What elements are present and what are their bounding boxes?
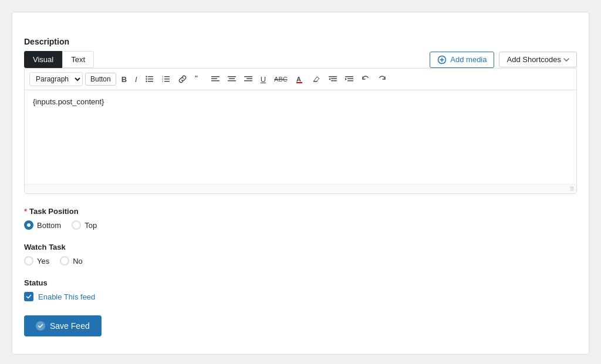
svg-point-4 (146, 76, 147, 77)
checkmark-icon (26, 294, 32, 300)
text-color-icon: A (296, 75, 304, 83)
eraser-icon (312, 75, 320, 83)
svg-rect-15 (211, 79, 217, 80)
radio-no[interactable] (60, 256, 69, 266)
enable-feed-label: Enable This feed (38, 292, 95, 301)
task-position-section: * Task Position Bottom Top (24, 207, 577, 230)
svg-rect-16 (211, 80, 220, 81)
svg-point-5 (146, 79, 147, 80)
align-right-icon (244, 76, 252, 83)
svg-rect-27 (331, 80, 337, 81)
editor-placeholder: {inputs.post_content} (33, 97, 104, 106)
tab-visual[interactable]: Visual (24, 51, 62, 68)
radio-yes[interactable] (24, 256, 33, 266)
outdent-icon (345, 76, 353, 83)
outdent-button[interactable] (342, 74, 356, 84)
undo-button[interactable] (359, 74, 373, 84)
svg-rect-7 (164, 76, 170, 77)
svg-rect-14 (211, 76, 220, 77)
svg-rect-1 (148, 76, 153, 77)
resize-handle[interactable]: ⠿ (25, 184, 576, 193)
editor-wrapper: Paragraph Button B I (24, 68, 577, 194)
editor-content-area[interactable]: {inputs.post_content} (25, 90, 576, 184)
indent-icon (329, 76, 337, 83)
svg-rect-19 (228, 80, 236, 81)
radio-top[interactable] (72, 220, 81, 230)
text-color-button[interactable]: A (293, 73, 307, 85)
description-section: Description Visual Text Add media Add Sh… (24, 37, 577, 194)
align-right-button[interactable] (241, 74, 255, 84)
blockquote-icon: " (195, 76, 203, 83)
underline-button[interactable]: U (258, 73, 269, 86)
bold-button[interactable]: B (119, 73, 130, 86)
link-button[interactable] (175, 73, 190, 85)
eraser-button[interactable] (309, 73, 323, 85)
task-position-radio-group: Bottom Top (24, 220, 577, 230)
media-icon (437, 55, 447, 64)
svg-rect-9 (164, 81, 170, 82)
resize-dots-icon: ⠿ (570, 186, 574, 192)
svg-rect-18 (229, 79, 235, 80)
task-position-label: * Task Position (24, 207, 577, 216)
svg-text:": " (195, 76, 198, 83)
svg-rect-29 (347, 79, 353, 80)
ordered-list-icon: 1 2 3 (162, 76, 170, 83)
ul-button[interactable] (143, 74, 157, 84)
redo-button[interactable] (375, 74, 389, 84)
svg-rect-2 (148, 79, 153, 80)
task-position-bottom-option[interactable]: Bottom (24, 220, 61, 230)
radio-bottom[interactable] (24, 220, 33, 230)
add-media-button[interactable]: Add media (430, 52, 494, 68)
svg-rect-26 (331, 79, 337, 80)
italic-button[interactable]: I (132, 73, 140, 86)
align-left-icon (211, 76, 220, 83)
svg-rect-17 (228, 76, 236, 77)
align-center-button[interactable] (225, 74, 239, 84)
button-toolbar-btn[interactable]: Button (85, 73, 116, 86)
align-center-icon (228, 76, 236, 83)
svg-rect-22 (244, 80, 252, 81)
watch-task-no-option[interactable]: No (60, 256, 83, 266)
redo-icon (378, 76, 386, 83)
unordered-list-icon (146, 76, 154, 83)
task-position-top-option[interactable]: Top (72, 220, 97, 230)
align-left-button[interactable] (208, 74, 222, 84)
editor-toolbar: Paragraph Button B I (25, 69, 576, 90)
link-icon (178, 75, 187, 83)
enable-feed-checkbox[interactable] (24, 292, 33, 301)
strikethrough-button[interactable]: ABC (271, 74, 291, 84)
save-icon (36, 321, 45, 331)
svg-rect-20 (244, 76, 252, 77)
svg-rect-3 (148, 81, 153, 82)
watch-task-radio-group: Yes No (24, 256, 577, 266)
required-star: * (24, 207, 27, 216)
undo-icon (362, 76, 370, 83)
tab-text[interactable]: Text (62, 51, 94, 68)
indent-button[interactable] (326, 74, 340, 84)
svg-rect-28 (345, 76, 353, 77)
chevron-down-icon (563, 58, 569, 62)
watch-task-yes-option[interactable]: Yes (24, 256, 49, 266)
editor-tabs: Visual Text (24, 51, 94, 68)
description-label: Description (24, 37, 577, 46)
add-shortcodes-button[interactable]: Add Shortcodes (499, 52, 577, 67)
status-label: Status (24, 278, 577, 287)
svg-text:A: A (296, 76, 301, 83)
svg-rect-25 (329, 76, 337, 77)
svg-rect-24 (296, 82, 302, 83)
editor-actions: Add media Add Shortcodes (430, 52, 577, 68)
svg-rect-8 (164, 79, 170, 80)
main-container: Description Visual Text Add media Add Sh… (12, 12, 589, 355)
watch-task-section: Watch Task Yes No (24, 243, 577, 266)
svg-text:3: 3 (162, 80, 164, 83)
svg-rect-30 (347, 80, 353, 81)
enable-feed-checkbox-option[interactable]: Enable This feed (24, 292, 577, 301)
ol-button[interactable]: 1 2 3 (159, 74, 173, 84)
editor-header: Visual Text Add media Add Shortcodes (24, 51, 577, 68)
svg-rect-21 (247, 79, 252, 80)
svg-point-6 (146, 81, 147, 82)
paragraph-select[interactable]: Paragraph (29, 72, 83, 86)
save-feed-button[interactable]: Save Feed (24, 315, 102, 336)
blockquote-button[interactable]: " (192, 74, 206, 84)
status-section: Status Enable This feed (24, 278, 577, 301)
